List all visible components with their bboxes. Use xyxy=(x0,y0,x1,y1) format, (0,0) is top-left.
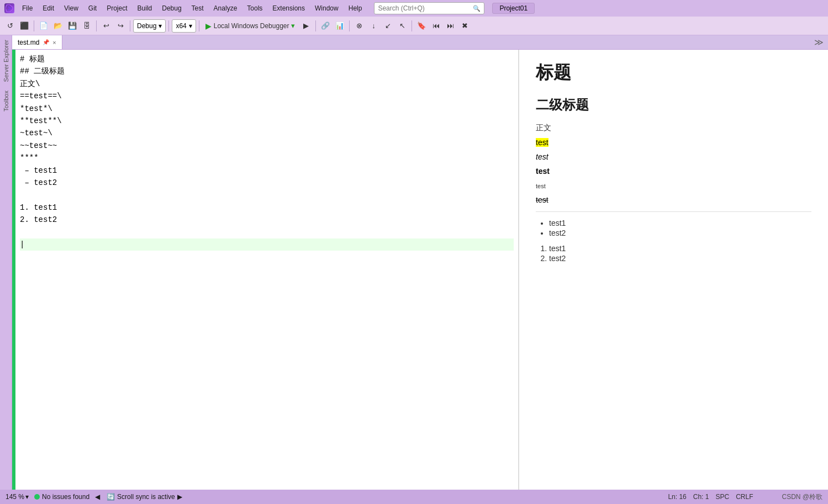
bookmark-prev-btn[interactable]: ⏮ xyxy=(429,19,442,33)
tab-close-button[interactable]: × xyxy=(52,39,56,46)
watermark: CSDN @柃歌 xyxy=(782,492,822,502)
tab-bar: test.md 📌 × ≫ xyxy=(12,35,828,50)
new-btn[interactable]: 📄 xyxy=(37,19,50,33)
menu-help[interactable]: Help xyxy=(344,3,367,13)
left-sidebar: Server Explorer Toolbox xyxy=(0,35,12,490)
tab-pin-icon[interactable]: 📌 xyxy=(43,39,49,45)
preview-text-italic: test xyxy=(536,152,549,161)
step-out-btn[interactable]: ↖ xyxy=(395,19,409,33)
code-line-10: – test1 xyxy=(20,165,514,177)
arch-config-dropdown[interactable]: x64 ▾ xyxy=(172,19,196,33)
breakpoint-btn[interactable]: ⊗ xyxy=(352,19,366,33)
code-line-12 xyxy=(20,189,514,201)
preview-text-plain: 正文 xyxy=(536,123,551,132)
undo-btn[interactable]: ↩ xyxy=(99,19,113,33)
save-all-btn[interactable]: 🗄 xyxy=(80,19,93,33)
step-into-btn[interactable]: ↙ xyxy=(381,19,394,33)
code-editor[interactable]: # 标题 ## 二级标题 正文\ ==test==\ *test*\ **tes… xyxy=(12,50,519,490)
tab-filename: test.md xyxy=(18,39,39,46)
arch-config-label: x64 xyxy=(176,22,186,30)
preview-italic-block: test xyxy=(536,152,811,162)
status-left: 145 % ▾ No issues found ◀ xyxy=(6,493,100,501)
menu-window[interactable]: Window xyxy=(310,3,343,13)
refresh-btn[interactable]: ↺ xyxy=(3,19,17,33)
code-line-11: – test2 xyxy=(20,177,514,189)
menu-analyze[interactable]: Analyze xyxy=(209,3,242,13)
code-line-5: *test*\ xyxy=(20,103,514,115)
code-line-7: ~test~\ xyxy=(20,127,514,139)
toolbar-sep-6 xyxy=(315,20,316,31)
code-line-8: ~~test~~ xyxy=(20,140,514,152)
preview-small-block: test xyxy=(536,181,811,190)
menu-git[interactable]: Git xyxy=(84,3,101,13)
status-right: Ln: 16 Ch: 1 SPC CRLF CSDN @柃歌 xyxy=(668,492,822,502)
code-line-4: ==test==\ xyxy=(20,90,514,102)
code-lines[interactable]: # 标题 ## 二级标题 正文\ ==test==\ *test*\ **tes… xyxy=(15,50,518,490)
char-number: Ch: 1 xyxy=(693,493,709,501)
line-ending[interactable]: CRLF xyxy=(736,493,753,501)
preview-bold-block: test xyxy=(536,166,811,176)
debug-config-dropdown[interactable]: Debug ▾ xyxy=(133,19,166,33)
search-box[interactable]: 🔍 xyxy=(374,2,484,14)
preview-text-small: test xyxy=(536,183,546,189)
preview-text-bold: test xyxy=(536,167,550,176)
scroll-sync-nav-right[interactable]: ▶ xyxy=(177,493,182,501)
step-btn[interactable]: ↓ xyxy=(367,19,380,33)
line-number: Ln: 16 xyxy=(668,493,686,501)
toolbar-sep-4 xyxy=(168,20,169,31)
run-dropdown-arrow: ▾ xyxy=(291,22,295,30)
preview-divider xyxy=(536,211,811,212)
debug-config-arrow: ▾ xyxy=(159,22,162,30)
menu-test[interactable]: Test xyxy=(187,3,208,13)
menu-project[interactable]: Project xyxy=(102,3,131,13)
continue-btn[interactable]: ▶ xyxy=(299,19,313,33)
title-bar: File Edit View Git Project Build Debug T… xyxy=(0,0,828,17)
preview-h1: 标题 xyxy=(536,61,811,85)
toolbar-sep-8 xyxy=(412,20,412,31)
editor-content[interactable]: # 标题 ## 二级标题 正文\ ==test==\ *test*\ **tes… xyxy=(12,50,518,490)
issues-indicator[interactable]: No issues found xyxy=(34,493,89,501)
toolbar-sep-5 xyxy=(199,20,199,31)
menu-file[interactable]: File xyxy=(18,3,37,13)
redo-btn[interactable]: ↪ xyxy=(114,19,127,33)
scroll-sync-indicator[interactable]: 🔄 Scroll sync is active ▶ xyxy=(107,493,182,501)
bookmark-btn[interactable]: 🔖 xyxy=(415,19,428,33)
code-line-15 xyxy=(20,226,514,238)
menu-build[interactable]: Build xyxy=(133,3,157,13)
preview-ordered-list: test1 test2 xyxy=(536,244,811,263)
menu-view[interactable]: View xyxy=(60,3,83,13)
run-button[interactable]: ▶ Local Windows Debugger ▾ xyxy=(202,20,299,31)
preview-text-highlight: test xyxy=(536,138,549,147)
preview-unordered-list: test1 test2 xyxy=(536,219,811,237)
debug-config-label: Debug xyxy=(137,22,156,30)
app-logo xyxy=(4,3,14,13)
menu-tools[interactable]: Tools xyxy=(242,3,267,13)
sidebar-server-explorer[interactable]: Server Explorer xyxy=(2,35,10,86)
tab-menu-button[interactable]: ≫ xyxy=(810,37,828,47)
menu-edit[interactable]: Edit xyxy=(38,3,59,13)
toolbar-sep-3 xyxy=(130,20,130,31)
attach-btn[interactable]: 🔗 xyxy=(319,19,332,33)
stop-btn[interactable]: ⬛ xyxy=(18,19,31,33)
scroll-sync-icon: 🔄 xyxy=(107,493,115,501)
arch-config-arrow: ▾ xyxy=(189,22,192,30)
nav-left-button[interactable]: ◀ xyxy=(95,493,100,501)
perf-btn[interactable]: 📊 xyxy=(333,19,346,33)
open-btn[interactable]: 📂 xyxy=(51,19,65,33)
search-input[interactable] xyxy=(378,4,473,12)
bookmark-next-btn[interactable]: ⏭ xyxy=(444,19,457,33)
sidebar-toolbox[interactable]: Toolbox xyxy=(2,86,10,116)
project-label: Project01 xyxy=(492,3,535,14)
menu-extensions[interactable]: Extensions xyxy=(268,3,309,13)
tab-test-md[interactable]: test.md 📌 × xyxy=(12,35,62,49)
status-bar: 145 % ▾ No issues found ◀ 🔄 Scroll sync … xyxy=(0,490,828,504)
main-content: Server Explorer Toolbox test.md 📌 × ≫ # … xyxy=(0,35,828,490)
menu-bar: File Edit View Git Project Build Debug T… xyxy=(18,3,366,13)
toolbar-sep-7 xyxy=(349,20,350,31)
menu-debug[interactable]: Debug xyxy=(157,3,186,13)
preview-plain-text: 正文 xyxy=(536,123,811,133)
bookmark-clear-btn[interactable]: ✖ xyxy=(458,19,471,33)
preview-highlight-block: test xyxy=(536,137,811,147)
save-btn[interactable]: 💾 xyxy=(66,19,79,33)
zoom-indicator[interactable]: 145 % ▾ xyxy=(6,493,29,501)
